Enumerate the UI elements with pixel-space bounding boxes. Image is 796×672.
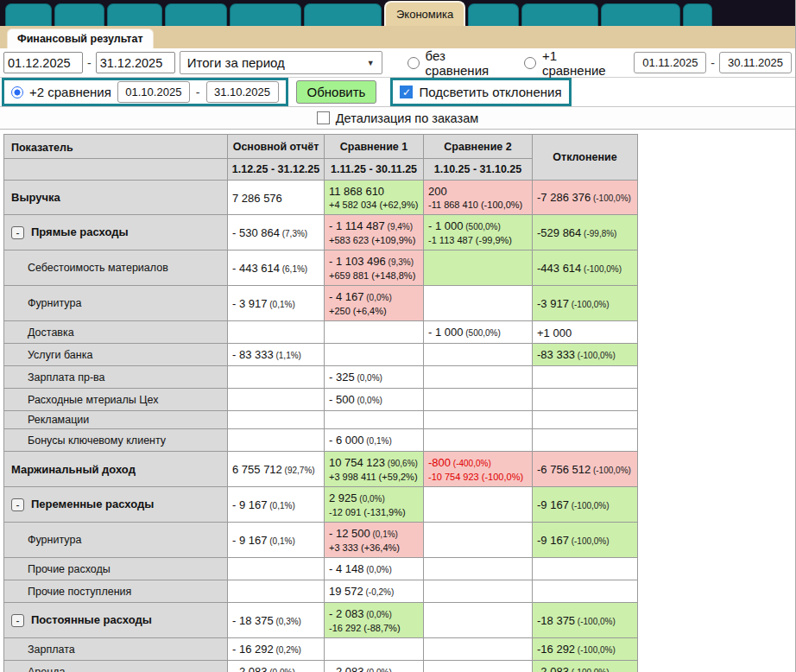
app-tab[interactable] [304, 3, 382, 26]
compare2-from-input[interactable] [117, 81, 190, 103]
cell-percent: (0,1%) [267, 536, 294, 546]
cell-value: - 2 083 [232, 665, 267, 672]
compare1-to-input[interactable] [719, 52, 792, 73]
cell-percent: (0,0%) [355, 373, 382, 383]
table-row: Услуги банка- 83 333 (1,1%)-83 333 (-100… [4, 344, 638, 366]
cell-value: - 4 148 [329, 562, 363, 575]
tab-financial-result[interactable]: Финансовый результат [7, 29, 154, 48]
report-area: Показатель Основной отчёт Сравнение 1 Ср… [0, 130, 795, 672]
app-tab[interactable] [468, 3, 519, 26]
value-cell: - 325 (0,0%) [325, 366, 424, 389]
cell-percent: (90,6%) [385, 459, 418, 468]
app-tab[interactable] [230, 3, 301, 26]
highlight-deviations-group: ✓ Подсветить отклонения [390, 78, 571, 106]
value-cell: +1 000 [533, 321, 638, 344]
compare1-from-input[interactable] [634, 52, 706, 73]
app-tab[interactable] [165, 3, 227, 26]
cell-percent: (9,3%) [386, 257, 414, 267]
no-compare-option[interactable]: без сравнения [407, 48, 511, 78]
app-tab[interactable] [683, 3, 712, 26]
header-main-report: Основной отчёт [228, 135, 325, 159]
collapse-button[interactable]: - [11, 614, 24, 627]
cell-value: -529 864 [537, 226, 581, 239]
row-label-cell: Выручка [4, 181, 228, 215]
value-cell: - 6 000 (0,1%) [325, 429, 424, 452]
plus1-compare-label: +1 сравнение [542, 48, 622, 78]
value-cell: -443 614 (-100,0%) [533, 250, 638, 286]
row-label-cell: Аренда [4, 661, 228, 672]
plus1-compare-option[interactable]: +1 сравнение [524, 48, 622, 78]
finance-table-body: Выручка7 286 57611 868 610+4 582 034 (+6… [4, 181, 638, 672]
no-compare-radio[interactable] [407, 57, 420, 69]
app-tab-economics-active[interactable]: Экономика [384, 1, 465, 26]
refresh-button[interactable]: Обновить [296, 80, 377, 104]
cell-percent: (0,0%) [357, 494, 385, 504]
collapse-button[interactable]: - [11, 498, 24, 511]
cell-value: - 1 000 [428, 219, 463, 232]
cell-value: - 83 333 [232, 348, 274, 361]
collapse-button[interactable]: - [11, 226, 24, 239]
value-cell: - 12 500 (0,1%)+3 333 (+36,4%) [325, 523, 424, 558]
row-label-cell: Услуги банка [4, 344, 228, 366]
cell-percent: (-100,0%) [569, 668, 610, 672]
cell-percent: (-100,0%) [569, 536, 610, 546]
row-label: Зарплата пр-ва [28, 371, 105, 384]
cell-percent: (0,0%) [363, 668, 391, 672]
period-from-input[interactable] [3, 52, 83, 73]
plus1-compare-radio[interactable] [524, 57, 536, 69]
app-tab[interactable] [521, 3, 598, 26]
cell-value: - 1 114 487 [329, 219, 385, 232]
cell-value: - 4 167 [329, 290, 363, 303]
app-tab[interactable] [107, 3, 162, 26]
plus2-compare-label: +2 сравнения [29, 85, 111, 99]
cell-value: 200 [428, 185, 447, 198]
row-label-cell: Расходные мтериалы Цех [4, 389, 228, 411]
cell-delta: +3 998 411 (+59,2%) [329, 471, 419, 484]
table-row: Фурнитура- 9 167 (0,1%)- 12 500 (0,1%)+3… [4, 523, 638, 558]
table-row: Прочие расходы- 4 148 (0,0%) [4, 558, 638, 580]
app-tab-bar: Экономика [0, 0, 795, 26]
cell-value: -83 333 [537, 348, 575, 361]
value-cell: 2 925 (0,0%)-12 091 (-131,9%) [325, 487, 424, 523]
row-label: Расходные мтериалы Цех [28, 394, 158, 406]
value-cell [424, 411, 533, 429]
table-row: -Прямые расходы- 530 864 (7,3%)- 1 114 4… [4, 215, 638, 250]
cell-value: -6 756 512 [537, 463, 591, 476]
plus2-compare-radio[interactable] [11, 86, 23, 98]
cell-value: - 6 000 [329, 434, 363, 447]
cell-value: 19 572 [329, 585, 363, 598]
value-cell: - 3 917 (0,1%) [228, 286, 325, 321]
period-to-input[interactable] [96, 52, 175, 73]
value-cell [325, 344, 424, 366]
value-cell [325, 638, 424, 661]
cell-percent: (0,0%) [355, 396, 382, 405]
header-main-period: 1.12.25 - 31.12.25 [228, 159, 325, 181]
compare2-to-input[interactable] [206, 81, 279, 103]
header-comparison-1: Сравнение 1 [325, 135, 424, 159]
cell-value: - 500 [329, 393, 355, 406]
header-comparison2-period: 1.10.25 - 31.10.25 [424, 159, 533, 181]
row-label: Аренда [28, 666, 65, 672]
plus2-compare-group: +2 сравнения - [2, 78, 288, 106]
cell-percent: (-100,0%) [591, 193, 631, 203]
app-tab[interactable] [54, 3, 104, 26]
value-cell [533, 558, 638, 580]
table-row: Зарплата пр-ва- 325 (0,0%) [4, 366, 638, 389]
report-mode-select[interactable]: Итоги за период ▼ [180, 51, 382, 74]
app-tab[interactable] [601, 3, 680, 26]
table-row: Расходные мтериалы Цех- 500 (0,0%) [4, 389, 638, 411]
cell-value: - 325 [329, 371, 355, 384]
cell-value: - 2 083 [329, 665, 363, 672]
value-cell: -529 864 (-99,8%) [533, 215, 638, 250]
cell-percent: (0,0%) [363, 293, 391, 302]
value-cell: - 530 864 (7,3%) [228, 215, 325, 250]
cell-value: - 3 917 [232, 297, 267, 310]
highlight-deviations-checkbox[interactable]: ✓ [400, 86, 413, 98]
value-cell: 19 572 (-0,2%) [325, 580, 424, 603]
value-cell [424, 580, 533, 603]
row-label-cell: Прочие поступления [4, 580, 228, 603]
app-tab[interactable] [5, 3, 52, 26]
value-cell [424, 366, 533, 389]
cell-delta: +4 582 034 (+62,9%) [329, 199, 419, 212]
detail-by-orders-checkbox[interactable] [317, 111, 330, 124]
